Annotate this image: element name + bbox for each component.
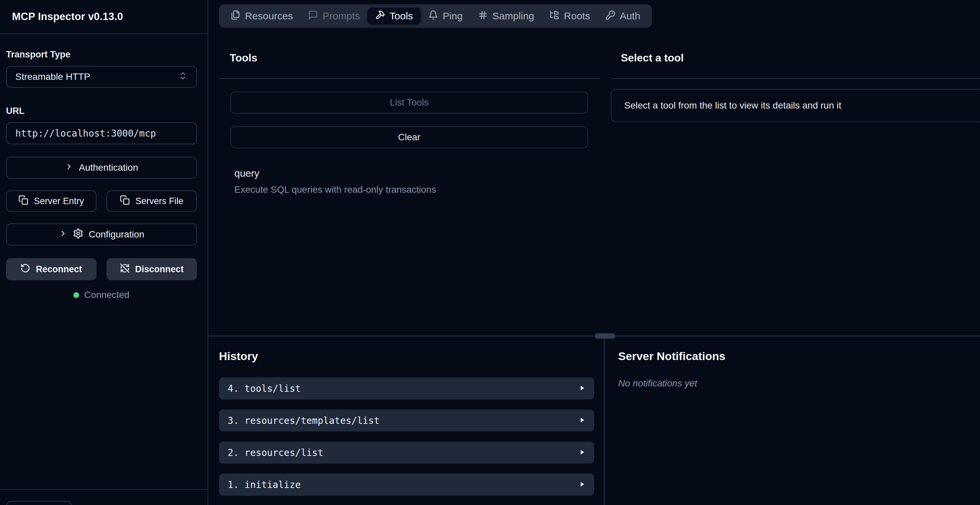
app-root: MCP Inspector v0.13.0 Transport Type Str… bbox=[0, 0, 980, 505]
history-item[interactable]: 2. resources/list bbox=[219, 441, 594, 464]
history-item[interactable]: 4. tools/list bbox=[219, 378, 594, 400]
tab-label: Roots bbox=[564, 10, 590, 22]
tab-prompts[interactable]: Prompts bbox=[301, 8, 368, 24]
expand-caret-icon bbox=[579, 447, 585, 458]
history-item-label: 4. tools/list bbox=[228, 383, 301, 394]
tab-auth[interactable]: Auth bbox=[598, 8, 648, 24]
server-entry-button[interactable]: Server Entry bbox=[6, 190, 97, 212]
tab-label: Ping bbox=[442, 10, 463, 22]
tool-detail-title: Select a tool bbox=[621, 52, 980, 64]
bell-icon bbox=[428, 10, 438, 22]
status-label: Connected bbox=[84, 290, 129, 300]
disconnect-label: Disconnect bbox=[135, 264, 184, 274]
connection-buttons-row: Reconnect Disconnect bbox=[6, 258, 197, 280]
divider bbox=[611, 78, 980, 79]
servers-file-button[interactable]: Servers File bbox=[107, 190, 197, 212]
notifications-empty-message: No notifications yet bbox=[618, 378, 980, 389]
chevron-right-icon bbox=[59, 229, 67, 240]
list-tools-button[interactable]: List Tools bbox=[230, 91, 588, 113]
server-notifications-panel: Server Notifications No notifications ye… bbox=[605, 336, 980, 505]
tool-name: query bbox=[234, 168, 589, 179]
server-notifications-title: Server Notifications bbox=[618, 350, 980, 363]
tab-sampling[interactable]: Sampling bbox=[470, 8, 542, 24]
sidebar-footer bbox=[0, 489, 208, 505]
rotate-ccw-icon bbox=[21, 263, 30, 276]
tab-bar: Resources Prompts Tools Ping bbox=[219, 4, 652, 28]
hash-icon bbox=[478, 10, 488, 22]
transport-type-value: Streamable HTTP bbox=[15, 72, 90, 82]
history-item-label: 1. initialize bbox=[228, 479, 301, 490]
servers-file-label: Servers File bbox=[135, 196, 183, 206]
tool-detail-panel: Select a tool Select a tool from the lis… bbox=[604, 28, 980, 336]
transport-type-select[interactable]: Streamable HTTP bbox=[6, 66, 197, 88]
tab-ping[interactable]: Ping bbox=[421, 8, 470, 24]
chevrons-up-down-icon bbox=[178, 71, 188, 83]
server-entry-label: Server Entry bbox=[34, 196, 84, 206]
bottom-panels: History 4. tools/list 3. resources/templ… bbox=[208, 336, 980, 505]
tool-list-item-query[interactable]: query Execute SQL queries with read-only… bbox=[234, 168, 589, 195]
divider bbox=[219, 78, 600, 79]
clear-button[interactable]: Clear bbox=[230, 126, 588, 148]
tab-roots[interactable]: Roots bbox=[542, 8, 598, 24]
tab-label: Auth bbox=[620, 10, 641, 22]
history-list: 4. tools/list 3. resources/templates/lis… bbox=[219, 378, 594, 495]
sidebar-header: MCP Inspector v0.13.0 bbox=[0, 0, 208, 34]
configuration-label: Configuration bbox=[89, 229, 145, 240]
resize-handle[interactable] bbox=[595, 333, 616, 339]
history-item-label: 3. resources/templates/list bbox=[228, 415, 380, 426]
top-panels: Tools List Tools Clear query Execute SQL… bbox=[208, 28, 980, 336]
tab-label: Prompts bbox=[323, 10, 360, 22]
authentication-toggle[interactable]: Authentication bbox=[6, 157, 197, 179]
disconnect-button[interactable]: Disconnect bbox=[107, 258, 197, 280]
transport-type-label: Transport Type bbox=[6, 49, 197, 60]
sidebar-body: Transport Type Streamable HTTP URL Authe… bbox=[0, 34, 208, 300]
sidebar: MCP Inspector v0.13.0 Transport Type Str… bbox=[0, 0, 208, 505]
configuration-toggle[interactable]: Configuration bbox=[6, 223, 197, 245]
app-title: MCP Inspector v0.13.0 bbox=[12, 11, 123, 23]
tools-panel-title: Tools bbox=[230, 52, 604, 64]
history-panel: History 4. tools/list 3. resources/templ… bbox=[208, 336, 604, 505]
gear-icon bbox=[73, 228, 83, 241]
sidebar-footer-button[interactable] bbox=[6, 501, 72, 505]
reconnect-button[interactable]: Reconnect bbox=[6, 258, 97, 280]
history-item[interactable]: 3. resources/templates/list bbox=[219, 409, 594, 432]
tab-label: Tools bbox=[390, 10, 413, 22]
tool-description: Execute SQL queries with read-only trans… bbox=[234, 184, 589, 195]
history-item[interactable]: 1. initialize bbox=[219, 474, 594, 495]
main-area: Resources Prompts Tools Ping bbox=[208, 0, 980, 505]
server-buttons-row: Server Entry Servers File bbox=[6, 190, 197, 212]
refresh-off-icon bbox=[120, 263, 130, 276]
expand-caret-icon bbox=[579, 415, 585, 426]
copy-icon bbox=[120, 195, 130, 207]
horizontal-split-divider bbox=[208, 336, 980, 336]
tab-resources[interactable]: Resources bbox=[223, 8, 301, 24]
tools-panel: Tools List Tools Clear query Execute SQL… bbox=[208, 28, 604, 336]
expand-caret-icon bbox=[579, 383, 585, 394]
authentication-label: Authentication bbox=[79, 162, 138, 173]
tab-tools[interactable]: Tools bbox=[368, 8, 421, 24]
url-input[interactable] bbox=[6, 122, 197, 144]
hammer-icon bbox=[375, 10, 385, 22]
chevron-right-icon bbox=[65, 162, 73, 173]
url-label: URL bbox=[6, 106, 197, 116]
expand-caret-icon bbox=[579, 479, 585, 490]
history-item-label: 2. resources/list bbox=[228, 447, 323, 458]
message-square-icon bbox=[308, 10, 318, 22]
history-title: History bbox=[219, 350, 594, 363]
key-icon bbox=[606, 10, 616, 22]
tab-label: Resources bbox=[245, 10, 293, 22]
tool-detail-placeholder: Select a tool from the list to view its … bbox=[611, 89, 980, 122]
files-icon bbox=[231, 10, 241, 22]
status-dot-icon bbox=[73, 292, 79, 298]
reconnect-label: Reconnect bbox=[36, 264, 82, 274]
connection-status: Connected bbox=[6, 290, 197, 300]
tab-label: Sampling bbox=[492, 10, 534, 22]
copy-icon bbox=[18, 195, 29, 207]
folder-tree-icon bbox=[549, 10, 559, 22]
